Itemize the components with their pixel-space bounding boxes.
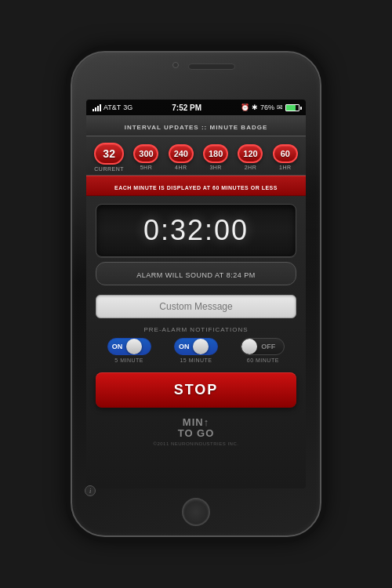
toggle-60min-minute-label: 60 MINUTE [247, 358, 279, 363]
badge-item-1hr[interactable]: 60 1HR [273, 144, 298, 170]
toggle-5min-thumb [126, 339, 142, 354]
badge-oval-current: 32 [94, 143, 124, 165]
toggle-15min-minute-label: 15 MINUTE [180, 358, 212, 363]
logo-line2: TO GO [178, 427, 215, 439]
carrier-label: AT&T [103, 103, 121, 111]
phone-bottom [72, 488, 320, 535]
status-time: 7:52 PM [172, 103, 201, 112]
badge-item-5hr[interactable]: 300 5HR [133, 144, 158, 170]
badge-oval-3hr: 180 [203, 144, 228, 163]
speaker [188, 64, 235, 70]
battery-fill [286, 105, 296, 111]
network-label: 3G [123, 103, 132, 111]
toggle-15min[interactable]: ON [174, 338, 218, 355]
badge-number-1hr: 60 [281, 149, 290, 158]
badge-item-current[interactable]: 32 CURRENT [94, 143, 124, 172]
toggle-60min-thumb [241, 339, 257, 354]
copyright: ©2011 NEURONINDUSTRIES INC. [86, 441, 306, 449]
battery-icon [285, 104, 299, 111]
badge-oval-2hr: 120 [238, 144, 263, 163]
timer-time: 0:32:00 [143, 214, 249, 246]
phone-frame: AT&T 3G 7:52 PM ⏰ ✱ 76% ✉ INTERVAL UPDAT… [71, 51, 321, 537]
signal-bars [93, 104, 101, 111]
badge-label-current: CURRENT [94, 166, 124, 172]
app-content: INTERVAL UPDATES :: MINUTE BADGE 32 CURR… [86, 115, 306, 488]
toggle-60min-off-label: OFF [257, 343, 279, 350]
badge-label-4hr: 4HR [175, 165, 187, 170]
status-bar: AT&T 3G 7:52 PM ⏰ ✱ 76% ✉ [86, 100, 306, 115]
badge-label-5hr: 5HR [140, 165, 153, 170]
badge-number-4hr: 240 [174, 149, 188, 158]
badge-label-2hr: 2HR [245, 165, 257, 170]
toggle-15min-thumb [193, 339, 209, 354]
badge-number-3hr: 180 [209, 149, 223, 158]
badge-oval-5hr: 300 [133, 144, 158, 163]
toggle-5min-on-label: ON [108, 343, 127, 350]
badge-label-3hr: 3HR [209, 165, 222, 170]
toggle-row: ON 5 MINUTE ON 15 MINUTE [96, 338, 296, 363]
timer-display: 0:32:00 [96, 204, 296, 257]
phone-top [72, 53, 320, 100]
toggle-5min-minute-label: 5 MINUTE [114, 358, 143, 363]
toggle-5min[interactable]: ON [107, 338, 151, 355]
info-icon: i [89, 488, 91, 489]
badge-oval-4hr: 240 [169, 144, 194, 163]
toggle-60min[interactable]: OFF [241, 338, 285, 355]
screen: AT&T 3G 7:52 PM ⏰ ✱ 76% ✉ INTERVAL UPDAT… [86, 100, 306, 488]
badge-oval-1hr: 60 [273, 144, 298, 163]
badge-item-3hr[interactable]: 180 3HR [203, 144, 228, 170]
badge-label-1hr: 1HR [279, 165, 292, 170]
status-right: ⏰ ✱ 76% ✉ [241, 103, 299, 111]
toggle-item-15min: ON 15 MINUTE [174, 338, 218, 363]
alarm-label: ALARM WILL SOUND AT 8:24 PM [96, 262, 296, 285]
clock-icon: ⏰ [241, 103, 249, 111]
custom-message-input[interactable] [96, 295, 296, 318]
logo-area: MIN↑ TO GO [86, 414, 306, 441]
warning-text: EACH MINUTE IS DISPLAYED AT 60 MINUTES O… [114, 185, 278, 191]
header-title: INTERVAL UPDATES :: MINUTE BADGE [125, 124, 268, 131]
pre-alarm-section: PRE-ALARM NOTIFICATIONS ON 5 MINUTE ON [86, 323, 306, 366]
toggle-item-60min: OFF 60 MINUTE [241, 338, 285, 363]
badge-number-current: 32 [103, 147, 115, 160]
info-button[interactable]: i [86, 485, 96, 488]
logo-text: MIN↑ TO GO [86, 417, 306, 440]
toggle-item-5min: ON 5 MINUTE [107, 338, 151, 363]
badge-row: 32 CURRENT 300 5HR 240 4HR [86, 136, 306, 176]
stop-button-wrap: STOP [86, 366, 306, 414]
battery-percent: 76% [260, 103, 274, 111]
bluetooth-icon: ✱ [252, 103, 258, 111]
badge-item-2hr[interactable]: 120 2HR [238, 144, 263, 170]
warning-strip: EACH MINUTE IS DISPLAYED AT 60 MINUTES O… [86, 176, 306, 196]
toggle-15min-on-label: ON [175, 343, 194, 350]
camera [172, 62, 179, 68]
status-left: AT&T 3G [93, 103, 132, 111]
badge-number-5hr: 300 [139, 149, 153, 158]
badge-item-4hr[interactable]: 240 4HR [169, 144, 194, 170]
logo-line1: MIN↑ [183, 416, 209, 428]
badge-number-2hr: 120 [243, 149, 257, 158]
timer-section: 0:32:00 ALARM WILL SOUND AT 8:24 PM [86, 196, 306, 290]
mail-icon: ✉ [277, 103, 283, 111]
alarm-text: ALARM WILL SOUND AT 8:24 PM [136, 271, 255, 279]
pre-alarm-label: PRE-ALARM NOTIFICATIONS [143, 326, 248, 333]
header-bar: INTERVAL UPDATES :: MINUTE BADGE [86, 115, 306, 136]
stop-button[interactable]: STOP [96, 372, 296, 408]
home-button[interactable] [182, 498, 210, 526]
custom-message-wrap [86, 290, 306, 323]
